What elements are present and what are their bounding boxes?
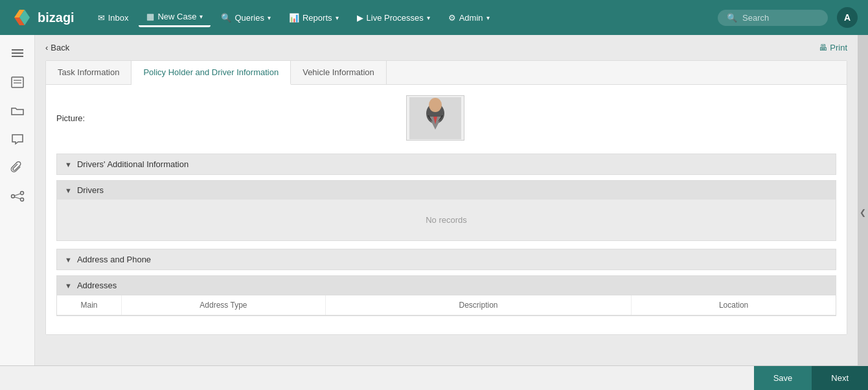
live-processes-chevron-icon: ▾ — [427, 14, 430, 21]
folder-icon — [10, 104, 25, 118]
tasks-icon — [10, 47, 25, 61]
logo[interactable]: bizagi — [10, 6, 74, 29]
queries-icon: 🔍 — [221, 13, 231, 23]
back-button[interactable]: ‹ Back — [45, 43, 69, 52]
content-topbar: ‹ Back 🖶 Print — [45, 43, 847, 52]
search-input[interactable] — [742, 13, 814, 23]
svg-point-11 — [20, 198, 23, 201]
nav-inbox-label: Inbox — [108, 13, 129, 23]
back-label: Back — [51, 43, 69, 52]
nav-reports-label: Reports — [303, 13, 332, 23]
live-processes-icon: ▶ — [357, 13, 363, 23]
new-case-chevron-icon: ▾ — [200, 13, 203, 20]
logo-text: bizagi — [38, 10, 74, 25]
subsection-chevron-icon: ▼ — [65, 187, 72, 194]
col-address-type: Address Type — [122, 295, 326, 315]
svg-point-9 — [11, 195, 14, 198]
addresses-table-header: Main Address Type Description Location — [57, 295, 836, 315]
subsection-drivers-body: No records — [57, 200, 836, 240]
sidebar-item-attachment[interactable] — [5, 155, 30, 180]
search-icon: 🔍 — [727, 13, 737, 23]
right-panel-toggle[interactable]: ❮ — [858, 35, 868, 390]
subsection-addresses-header[interactable]: ▼ Addresses — [57, 276, 836, 295]
no-records-message: No records — [62, 205, 830, 235]
content-area: ‹ Back 🖶 Print Task Information Policy H… — [35, 35, 858, 390]
svg-line-12 — [14, 194, 20, 196]
section-chevron-icon: ▼ — [65, 161, 72, 168]
nav-admin-label: Admin — [459, 13, 483, 23]
section-address-phone[interactable]: ▼ Address and Phone — [56, 249, 836, 270]
svg-rect-5 — [12, 56, 23, 57]
picture-image[interactable] — [406, 95, 464, 141]
section-address-phone-label: Address and Phone — [77, 255, 151, 264]
svg-rect-4 — [12, 52, 23, 54]
section-drivers-additional-label: Drivers' Additional Information — [77, 159, 188, 169]
chat-icon — [10, 132, 25, 146]
process-icon — [10, 189, 25, 203]
person-avatar-icon — [409, 97, 461, 139]
bizagi-logo-icon — [10, 6, 34, 29]
subsection-drivers-label: Drivers — [77, 185, 104, 195]
nav-new-case[interactable]: ▦ New Case ▾ — [139, 8, 211, 27]
sidebar-item-chat[interactable] — [5, 127, 30, 152]
queries-chevron-icon: ▾ — [268, 14, 271, 21]
admin-chevron-icon: ▾ — [486, 14, 490, 21]
nav-inbox[interactable]: ✉ Inbox — [90, 9, 137, 27]
print-icon: 🖶 — [819, 43, 827, 52]
svg-point-10 — [20, 192, 23, 195]
picture-label: Picture: — [56, 113, 108, 123]
reports-icon: 📊 — [289, 13, 299, 23]
nav-admin[interactable]: ⚙ Admin ▾ — [440, 9, 497, 27]
back-chevron-icon: ‹ — [45, 43, 48, 52]
admin-icon: ⚙ — [448, 13, 456, 23]
search-box[interactable]: 🔍 — [718, 10, 828, 26]
next-button[interactable]: Next — [812, 366, 868, 391]
nav-live-processes-label: Live Processes — [367, 13, 424, 23]
reports-chevron-icon: ▾ — [336, 14, 339, 21]
print-button[interactable]: 🖶 Print — [819, 43, 847, 52]
tab-policy-holder[interactable]: Policy Holder and Driver Information — [131, 61, 291, 85]
avatar[interactable]: A — [837, 7, 858, 28]
save-button[interactable]: Save — [754, 366, 812, 391]
nav-queries[interactable]: 🔍 Queries ▾ — [213, 9, 279, 27]
svg-point-16 — [429, 98, 442, 112]
svg-line-13 — [14, 197, 20, 199]
sidebar-item-list[interactable] — [5, 70, 30, 95]
svg-rect-3 — [12, 49, 23, 51]
tab-task-information[interactable]: Task Information — [46, 61, 131, 84]
subsection-drivers-header[interactable]: ▼ Drivers — [57, 181, 836, 200]
sidebar-item-tasks[interactable] — [5, 41, 30, 66]
picture-row: Picture: — [56, 95, 836, 141]
subsection-addresses: ▼ Addresses Main Address Type Descriptio… — [56, 275, 836, 316]
main-layout: ‹ Back 🖶 Print Task Information Policy H… — [0, 35, 868, 390]
nav-live-processes[interactable]: ▶ Live Processes ▾ — [349, 9, 438, 27]
nav-new-case-label: New Case — [157, 12, 196, 21]
subsection-addresses-label: Addresses — [77, 281, 117, 290]
sidebar-item-process[interactable] — [5, 184, 30, 209]
print-label: Print — [830, 43, 847, 52]
attachment-icon — [10, 161, 25, 175]
tab-content: Picture: — [46, 85, 847, 334]
svg-rect-6 — [12, 77, 23, 87]
bottom-bar: Save Next — [0, 365, 868, 390]
top-navigation: bizagi ✉ Inbox ▦ New Case ▾ 🔍 Queries ▾ … — [0, 0, 868, 35]
addresses-chevron-icon: ▼ — [65, 282, 72, 290]
section-drivers-additional[interactable]: ▼ Drivers' Additional Information — [56, 154, 836, 175]
tab-vehicle-information[interactable]: Vehicle Information — [291, 61, 387, 84]
subsection-drivers: ▼ Drivers No records — [56, 180, 836, 241]
col-description: Description — [326, 295, 632, 315]
tabs-header: Task Information Policy Holder and Drive… — [46, 61, 847, 85]
list-icon — [10, 75, 25, 89]
new-case-icon: ▦ — [146, 12, 154, 21]
nav-reports[interactable]: 📊 Reports ▾ — [281, 9, 347, 27]
nav-queries-label: Queries — [234, 13, 264, 23]
col-location: Location — [632, 295, 836, 315]
inbox-icon: ✉ — [98, 13, 105, 23]
address-section-chevron-icon: ▼ — [65, 256, 72, 264]
tabs-container: Task Information Policy Holder and Drive… — [45, 60, 847, 335]
col-main: Main — [57, 295, 122, 315]
left-sidebar — [0, 35, 35, 390]
sidebar-item-folder[interactable] — [5, 98, 30, 123]
